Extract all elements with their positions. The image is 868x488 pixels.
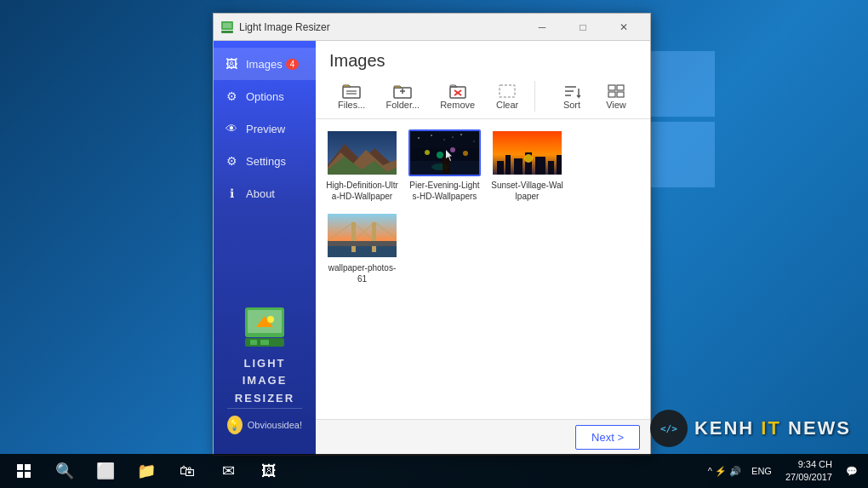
folders-button[interactable]: Folder... xyxy=(377,79,428,113)
svg-point-33 xyxy=(418,137,420,139)
list-item[interactable]: wallpaper-photos-61 xyxy=(326,212,398,284)
app-logo-text: LIGHT IMAGE RESIZER xyxy=(235,355,294,408)
sidebar-item-label-about: About xyxy=(246,187,275,200)
svg-point-34 xyxy=(431,135,432,136)
svg-rect-2 xyxy=(221,31,233,33)
language-indicator: ENG xyxy=(748,466,775,476)
sidebar-item-settings[interactable]: ⚙ Settings xyxy=(214,145,316,177)
maximize-button[interactable]: □ xyxy=(563,14,602,41)
svg-rect-1 xyxy=(223,23,231,28)
watermark: </> KENH IT NEWS xyxy=(650,410,851,447)
svg-point-41 xyxy=(450,147,455,152)
sort-icon xyxy=(562,83,582,100)
sidebar-nav: 🖼 Images 4 ⚙ Options 👁 Preview ⚙ xyxy=(214,41,316,292)
clear-label: Clear xyxy=(496,100,518,110)
images-icon: 🖼 xyxy=(224,56,239,72)
list-item[interactable]: Pier-Evening-Lights-HD-Wallpapers xyxy=(408,129,481,202)
remove-icon xyxy=(448,83,468,100)
window-title: Light Image Resizer xyxy=(239,21,523,33)
thumbnail-preview xyxy=(326,129,398,176)
svg-point-36 xyxy=(460,134,462,135)
app-window: Light Image Resizer ─ □ ✕ 🖼 Images 4 ⚙ xyxy=(213,13,651,456)
view-icon xyxy=(606,83,626,100)
image-name: wallpaper-photos-61 xyxy=(326,262,398,284)
sidebar-item-images[interactable]: 🖼 Images 4 xyxy=(214,48,316,80)
svg-rect-26 xyxy=(617,92,624,97)
settings-icon: ⚙ xyxy=(224,153,239,169)
watermark-text: KENH IT NEWS xyxy=(694,417,851,439)
app-icon xyxy=(220,20,234,34)
system-clock: 9:34 CH 27/09/2017 xyxy=(779,458,839,485)
folders-icon xyxy=(392,83,413,100)
view-button[interactable]: View xyxy=(596,79,637,113)
start-button[interactable] xyxy=(3,454,44,488)
brand-text: Obviousidea! xyxy=(248,420,302,430)
view-label: View xyxy=(606,100,626,110)
clear-icon xyxy=(497,83,517,100)
brand-footer: 💡 Obviousidea! xyxy=(227,408,302,441)
notification-icon[interactable]: 💬 xyxy=(842,466,861,477)
remove-label: Remove xyxy=(440,100,475,110)
list-item[interactable]: Sunset-Village-Wallpaper xyxy=(491,129,563,202)
preview-icon: 👁 xyxy=(224,121,239,136)
svg-point-39 xyxy=(425,150,430,155)
sort-label: Sort xyxy=(563,100,580,110)
thumbnail-preview xyxy=(326,212,398,259)
next-button[interactable]: Next > xyxy=(575,425,640,450)
svg-rect-50 xyxy=(514,158,523,176)
svg-point-42 xyxy=(463,151,468,156)
svg-rect-54 xyxy=(557,155,563,176)
svg-rect-68 xyxy=(25,472,31,478)
files-label: Files... xyxy=(338,100,365,110)
app-logo-graphic xyxy=(243,306,286,348)
page-title: Images xyxy=(329,51,637,71)
search-taskbar-icon[interactable]: 🔍 xyxy=(44,454,85,488)
sidebar-bottom: LIGHT IMAGE RESIZER 💡 Obviousidea! xyxy=(214,292,316,455)
image-name: Sunset-Village-Wallpaper xyxy=(491,180,563,202)
svg-rect-8 xyxy=(250,340,257,345)
sidebar-item-options[interactable]: ⚙ Options xyxy=(214,80,316,112)
system-tray: ^ ⚡ 🔊 ENG 9:34 CH 27/09/2017 💬 xyxy=(705,458,865,485)
svg-rect-53 xyxy=(548,161,554,176)
image-name: Pier-Evening-Lights-HD-Wallpapers xyxy=(408,180,481,202)
list-item[interactable]: High-Definition-Ultra-HD-Wallpaper xyxy=(326,129,398,202)
tray-icons: ^ ⚡ 🔊 xyxy=(705,466,745,477)
minimize-button[interactable]: ─ xyxy=(523,14,562,41)
app-taskbar-icon[interactable]: 🖼 xyxy=(248,454,289,488)
app-body: 🖼 Images 4 ⚙ Options 👁 Preview ⚙ xyxy=(214,41,650,455)
watermark-icon: </> xyxy=(650,410,688,447)
toolbar: Files... Folder... xyxy=(329,79,637,113)
file-explorer-icon[interactable]: 📁 xyxy=(126,454,167,488)
clear-button[interactable]: Clear xyxy=(487,79,528,113)
svg-rect-66 xyxy=(25,464,31,470)
taskbar: 🔍 ⬜ 📁 🛍 ✉ 🖼 ^ ⚡ 🔊 ENG 9:34 CH 27/09/2017… xyxy=(0,454,868,488)
image-name: High-Definition-Ultra-HD-Wallpaper xyxy=(326,180,398,202)
sidebar: 🖼 Images 4 ⚙ Options 👁 Preview ⚙ xyxy=(214,41,316,455)
images-area: High-Definition-Ultra-HD-Wallpaper xyxy=(316,119,650,419)
sidebar-item-label-options: Options xyxy=(246,90,284,103)
title-bar: Light Image Resizer ─ □ ✕ xyxy=(214,14,650,41)
main-content: Images Files... xyxy=(316,41,650,455)
thumbnail-preview xyxy=(491,129,563,176)
sidebar-item-preview[interactable]: 👁 Preview xyxy=(214,112,316,145)
sort-button[interactable]: Sort xyxy=(551,79,592,113)
remove-button[interactable]: Remove xyxy=(431,79,483,113)
window-controls: ─ □ ✕ xyxy=(523,14,643,41)
sidebar-item-about[interactable]: ℹ About xyxy=(214,177,316,210)
svg-point-40 xyxy=(437,152,443,158)
sidebar-item-label-preview: Preview xyxy=(246,123,285,135)
options-icon: ⚙ xyxy=(224,89,239,104)
content-header: Images Files... xyxy=(316,41,650,119)
close-button[interactable]: ✕ xyxy=(604,14,643,41)
mail-icon[interactable]: ✉ xyxy=(208,454,248,488)
svg-rect-67 xyxy=(17,472,23,478)
files-button[interactable]: Files... xyxy=(329,79,374,113)
folders-label: Folder... xyxy=(385,100,420,110)
task-view-icon[interactable]: ⬜ xyxy=(85,454,126,488)
files-icon xyxy=(341,83,362,100)
svg-rect-64 xyxy=(328,241,398,246)
thumbnail-preview-selected xyxy=(408,129,481,176)
store-icon[interactable]: 🛍 xyxy=(167,454,208,488)
svg-point-35 xyxy=(443,139,444,140)
svg-rect-23 xyxy=(608,85,615,90)
